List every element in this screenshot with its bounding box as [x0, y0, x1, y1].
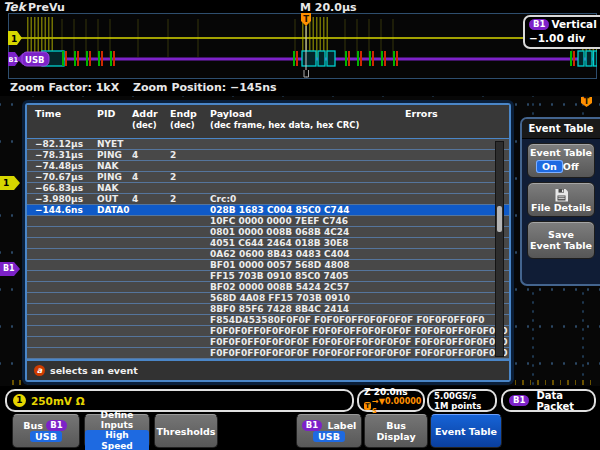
cell-time: −144.6ns: [35, 205, 97, 215]
cell-errors: [405, 337, 509, 347]
cell-endp: 2: [170, 194, 210, 204]
table-row[interactable]: −66.83µs NAK: [27, 183, 509, 194]
cell-addr: [132, 238, 170, 248]
b1-badge: B1: [509, 395, 529, 406]
label-value: USB: [313, 431, 345, 442]
cell-errors: [405, 172, 509, 182]
table-scrollbar[interactable]: [495, 141, 504, 357]
vertical-readout-badge: B1Vertical −1.00 div: [523, 15, 600, 49]
cell-time: [35, 337, 97, 347]
table-row[interactable]: FF15 703B 0910 85C0 7405: [27, 271, 509, 282]
side-menu: Event Table Event Table On Off File Deta…: [520, 117, 600, 286]
cell-errors: [405, 161, 509, 171]
svg-text:USB: USB: [25, 55, 45, 65]
table-row[interactable]: F0F0F0FF0F0F0F0F F0F0F0FF0F0F0F0F F0F0F0…: [27, 326, 509, 337]
table-row[interactable]: 0A62 0600 8B43 0483 C404: [27, 249, 509, 260]
cell-payload: [210, 150, 405, 160]
table-row[interactable]: BF02 0000 008B 5424 2C57: [27, 282, 509, 293]
cell-time: −3.980µs: [35, 194, 97, 204]
svg-text:T: T: [303, 14, 309, 24]
cell-time: [35, 315, 97, 325]
table-row[interactable]: −3.980µs OUT 4 2 Crc:0: [27, 194, 509, 205]
cell-payload: [210, 139, 405, 149]
event-table-menu-button[interactable]: Event Table: [430, 414, 502, 448]
event-table-toggle-button[interactable]: Event Table On Off: [527, 143, 595, 178]
cell-time: [35, 227, 97, 237]
cell-time: −74.48µs: [35, 161, 97, 171]
cell-pid: [97, 337, 132, 347]
cell-addr: 4: [132, 172, 170, 182]
file-details-button[interactable]: File Details: [527, 182, 595, 217]
multipurpose-knob-a-icon: a: [34, 365, 45, 376]
waveform-fragment: [512, 118, 514, 124]
cell-payload: 0A62 0600 8B43 0483 C404: [210, 249, 405, 259]
cell-time: [35, 282, 97, 292]
cell-payload: 8BF0 85F6 7428 8B4C 2414: [210, 304, 405, 314]
bus-menu-button[interactable]: Bus B1 USB: [12, 414, 80, 448]
table-row[interactable]: −74.48µs NAK: [27, 161, 509, 172]
cell-endp: [170, 139, 210, 149]
save-event-table-button[interactable]: Save Event Table: [527, 221, 595, 259]
cell-addr: [132, 249, 170, 259]
table-row[interactable]: 10FC 0000 0000 7EEF C746: [27, 216, 509, 227]
zoom-position-readout: Zoom Position: −145ns: [133, 81, 277, 94]
table-row[interactable]: −78.31µs PING 4 2: [27, 150, 509, 161]
cell-time: [35, 293, 97, 303]
cell-payload: BF01 0000 0057 568D 4808: [210, 260, 405, 270]
table-row[interactable]: F0F0F0FF0F0F0F0F F0F0F0FF0F0F0F0F F0F0F0…: [27, 348, 509, 359]
cell-addr: [132, 337, 170, 347]
cell-payload: F0F0F0FF0F0F0F0F F0F0F0FF0F0F0F0F F0F0F0…: [210, 348, 405, 358]
svg-text:B1: B1: [9, 56, 19, 64]
table-row[interactable]: F0F0F0FF0F0F0F0F F0F0F0FF0F0F0F0F F0F0F0…: [27, 337, 509, 348]
cell-payload: 028B 1683 C004 85C0 C744: [210, 205, 405, 215]
toggle-off[interactable]: Off: [563, 161, 579, 172]
cell-endp: [170, 205, 210, 215]
cell-payload: 10FC 0000 0000 7EEF C746: [210, 216, 405, 226]
table-row[interactable]: 4051 C644 2464 018B 30E8: [27, 238, 509, 249]
table-row[interactable]: 0801 0000 008B 068B 4C24: [27, 227, 509, 238]
channel1-readout: 1 250mV Ω: [5, 389, 354, 412]
cell-endp: [170, 227, 210, 237]
cell-endp: [170, 337, 210, 347]
cell-pid: DATA0: [97, 205, 132, 215]
waveform-overview: USB B1 1 T: [8, 13, 597, 79]
footer-hint: selects an event: [50, 365, 138, 376]
b1-badge: B1: [46, 420, 66, 431]
sample-rate: 5.00GS/s: [434, 391, 476, 401]
cell-addr: [132, 315, 170, 325]
table-row[interactable]: BF01 0000 0057 568D 4808: [27, 260, 509, 271]
table-row[interactable]: F854D453580F0F0F F0F0F0FF0F0F0F0F F0F0F0…: [27, 315, 509, 326]
cell-errors: [405, 205, 509, 215]
cell-errors: [405, 348, 509, 358]
bus-display-button[interactable]: Bus Display: [364, 414, 428, 448]
channel1-scale: 250mV Ω: [31, 395, 85, 407]
define-inputs-button[interactable]: Define Inputs High Speed: [84, 414, 150, 448]
bus-label-button[interactable]: B1 Label USB: [296, 414, 362, 448]
cell-endp: [170, 216, 210, 226]
scrollbar-thumb[interactable]: [497, 206, 502, 232]
cell-endp: 2: [170, 172, 210, 182]
table-row[interactable]: −70.67µs PING 4 2: [27, 172, 509, 183]
cell-pid: PING: [97, 172, 132, 182]
event-table-rows: −82.12µs NYET −78.31µs PING 4 2: [27, 139, 509, 359]
cell-errors: [405, 315, 509, 325]
cell-endp: [170, 161, 210, 171]
table-row[interactable]: 568D 4A08 FF15 703B 0910: [27, 293, 509, 304]
toggle-on[interactable]: On: [536, 160, 563, 173]
table-row[interactable]: −144.6ns DATA0 028B 1683 C004 85C0 C744: [27, 205, 509, 216]
cell-errors: [405, 227, 509, 237]
table-row[interactable]: −82.12µs NYET: [27, 139, 509, 150]
cell-pid: [97, 282, 132, 292]
cell-time: [35, 238, 97, 248]
thresholds-button[interactable]: Thresholds: [154, 414, 218, 448]
table-row[interactable]: 8BF0 85F6 7428 8B4C 2414: [27, 304, 509, 315]
cell-pid: NYET: [97, 139, 132, 149]
vertical-label: Vertical: [551, 18, 596, 30]
cell-errors: [405, 150, 509, 160]
cell-addr: [132, 139, 170, 149]
cell-endp: [170, 293, 210, 303]
cell-endp: [170, 271, 210, 281]
cell-endp: [170, 260, 210, 270]
cell-addr: [132, 326, 170, 336]
zoom-scale: Z 20.0ns: [364, 387, 408, 397]
